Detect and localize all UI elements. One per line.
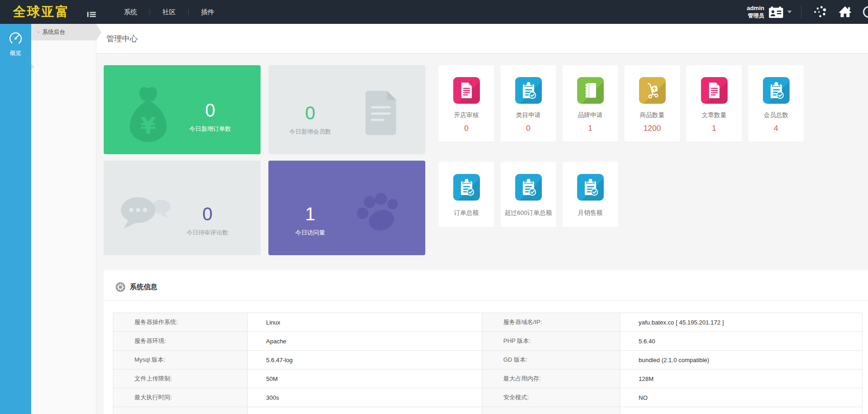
page-header: 管理中心	[96, 24, 868, 54]
sidebar-collapse-button[interactable]	[87, 11, 96, 18]
metric-card-over600-order-total[interactable]: 超过600订单总额	[501, 162, 556, 227]
metric-label: 开店审核	[439, 111, 494, 119]
metric-label: 品牌申请	[562, 111, 618, 119]
info-label: Mysql 版本:	[113, 351, 248, 369]
stat-block: 0 今日待审评论数	[167, 205, 248, 237]
panel-divider	[104, 300, 868, 301]
metric-label: 文章数量	[686, 111, 742, 119]
paw-icon	[350, 183, 407, 240]
metric-card-order-total[interactable]: 订单总额	[439, 162, 494, 227]
system-info-table: 服务器操作系统: Linux 服务器域名/IP: yafu.batex.co […	[113, 313, 862, 414]
info-label: GD 版本:	[482, 351, 620, 369]
info-label: 文件上传限制:	[113, 369, 248, 388]
info-label: 最大占用内存:	[482, 369, 620, 388]
metric-label: 订单总额	[439, 209, 494, 217]
comments-icon	[117, 193, 173, 236]
table-row-partial	[113, 407, 862, 414]
apps-shortcut-button[interactable]	[813, 6, 826, 18]
page-icon	[701, 77, 728, 104]
metric-label: 超过600订单总额	[501, 209, 556, 217]
sidebar-item-system-backend[interactable]: · 系统后台	[31, 24, 101, 40]
info-value	[620, 407, 862, 414]
table-row: 最大执行时间: 300s 安全模式: NO	[113, 388, 862, 407]
metric-card-article-count[interactable]: 文章数量 1	[686, 65, 742, 142]
metric-row-1: 开店审核 0	[439, 65, 804, 142]
clipboard-check-icon	[453, 174, 480, 201]
stat-block: 1 今日访问量	[280, 205, 340, 237]
table-row: Mysql 版本: 5.6.47-log GD 版本: bundled (2.1…	[113, 351, 862, 369]
stat-block: 0 今日新增会员数	[280, 104, 340, 136]
info-label: 服务器操作系统:	[113, 313, 248, 331]
dots-cluster-icon	[813, 6, 826, 18]
info-value: NO	[620, 388, 862, 407]
small-metric-cards: 开店审核 0	[439, 65, 804, 227]
table-row: 服务器操作系统: Linux 服务器域名/IP: yafu.batex.co […	[113, 313, 862, 332]
user-info[interactable]: admin 管理员	[747, 5, 764, 19]
stat-label: 今日待审评论数	[167, 229, 248, 237]
navbar-right: admin 管理员	[747, 0, 868, 24]
big-stat-cards: ¥ 0 今日新增订单数	[104, 65, 425, 255]
gear-icon	[116, 282, 125, 292]
breadcrumb: 系统后台	[42, 28, 65, 36]
info-label: 最大执行时间:	[113, 388, 248, 407]
stat-value: 0	[280, 104, 340, 122]
stat-card-new-orders[interactable]: ¥ 0 今日新增订单数	[104, 65, 261, 154]
user-name: admin	[747, 5, 764, 12]
info-value: yafu.batex.co [ 45.195.201.172 ]	[620, 313, 862, 331]
sidebar-item-overview[interactable]: 概览	[0, 24, 31, 57]
metric-card-member-total[interactable]: 会员总数 4	[748, 65, 804, 142]
metric-card-monthly-sales[interactable]: 月销售额	[562, 162, 618, 227]
info-label: PHP 版本:	[482, 332, 620, 350]
stat-card-visits-today[interactable]: 1 今日访问量	[268, 161, 425, 255]
info-value: 5.6.47-log	[248, 351, 482, 369]
metric-card-category-apply[interactable]: 类目申请 0	[501, 65, 556, 142]
menu-item-community[interactable]: 社区	[150, 0, 188, 24]
stat-value: 0	[170, 101, 250, 119]
stat-label: 今日访问量	[280, 229, 340, 237]
id-card-icon	[768, 6, 784, 18]
top-navbar: 全球亚富 系统 社区 插件 admin 管理员	[0, 0, 868, 24]
info-label: 安全模式:	[482, 388, 620, 407]
bullet-icon: ·	[38, 29, 39, 35]
metric-label: 会员总数	[748, 111, 804, 119]
profile-card-button[interactable]	[768, 6, 784, 18]
menu-item-plugins[interactable]: 插件	[189, 0, 227, 24]
stat-block: 0 今日新增订单数	[170, 101, 250, 133]
notebook-icon	[577, 77, 604, 104]
menu-item-system[interactable]: 系统	[111, 0, 150, 24]
page-icon	[453, 77, 480, 104]
info-value: 5.6.40	[620, 332, 862, 350]
document-icon	[358, 88, 403, 138]
main-menu: 系统 社区 插件	[111, 0, 227, 24]
metric-value: 0	[439, 124, 494, 133]
info-value: 128M	[620, 369, 862, 388]
admin-dashboard: 全球亚富 系统 社区 插件 admin 管理员	[0, 0, 868, 414]
stat-label: 今日新增会员数	[280, 128, 340, 136]
gauge-icon	[8, 31, 23, 46]
metric-value: 4	[748, 124, 804, 133]
svg-text:¥: ¥	[140, 112, 156, 139]
stat-value: 0	[167, 205, 248, 223]
metric-value: 1	[562, 124, 618, 133]
metric-card-product-count[interactable]: 商品数量 1200	[624, 65, 680, 142]
handtruck-icon	[639, 77, 666, 104]
chevron-down-icon[interactable]	[787, 11, 792, 13]
power-icon[interactable]	[863, 6, 868, 18]
secondary-sidebar: · 系统后台	[31, 24, 96, 414]
clipboard-check-icon	[515, 77, 542, 104]
info-value	[248, 407, 482, 414]
stat-card-new-members[interactable]: 0 今日新增会员数	[268, 65, 425, 154]
metric-card-brand-apply[interactable]: 品牌申请 1	[562, 65, 618, 142]
clipboard-check-icon	[763, 77, 790, 104]
metric-card-shop-review[interactable]: 开店审核 0	[439, 65, 494, 142]
metric-label: 商品数量	[624, 111, 680, 119]
home-button[interactable]	[838, 6, 852, 18]
info-value: Linux	[248, 313, 482, 331]
brand-logo[interactable]: 全球亚富	[13, 3, 70, 21]
info-label: 服务器域名/IP:	[482, 313, 620, 331]
metric-value: 1200	[624, 124, 680, 133]
stat-card-pending-comments[interactable]: 0 今日待审评论数	[104, 161, 261, 255]
info-value: 50M	[248, 369, 482, 388]
info-value: Apache	[248, 332, 482, 350]
collapse-menu-icon	[87, 11, 96, 18]
